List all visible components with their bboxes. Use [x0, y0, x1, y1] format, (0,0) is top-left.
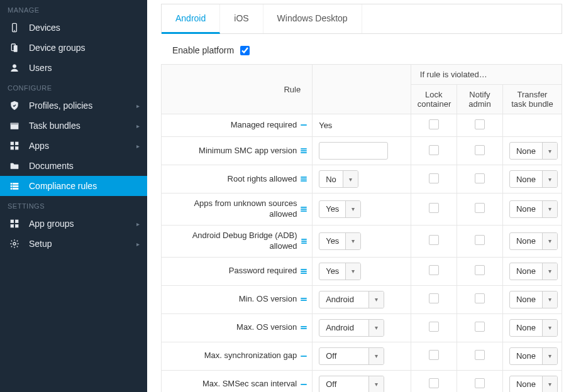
- value-select[interactable]: None▾: [509, 263, 558, 280]
- svg-rect-8: [15, 142, 18, 145]
- col-header-violated: If rule is violated…: [411, 65, 562, 85]
- svg-rect-9: [11, 146, 14, 150]
- chevron-down-icon[interactable]: ▾: [345, 233, 360, 249]
- lock-container-checkbox[interactable]: [429, 119, 439, 129]
- lock-container-checkbox[interactable]: [429, 350, 439, 360]
- value-select[interactable]: Android▾: [319, 291, 384, 308]
- notify-admin-checkbox[interactable]: [475, 322, 485, 332]
- chevron-down-icon[interactable]: ▾: [542, 201, 557, 217]
- chevron-down-icon[interactable]: ▾: [542, 291, 557, 308]
- sidebar-item-apps[interactable]: Apps▸: [0, 136, 147, 156]
- svg-rect-6: [11, 123, 18, 125]
- value-select[interactable]: None▾: [509, 291, 558, 308]
- notify-admin-checkbox[interactable]: [475, 119, 485, 129]
- sidebar-item-users[interactable]: Users: [0, 58, 147, 78]
- lock-container-checkbox[interactable]: [429, 378, 439, 388]
- svg-rect-20: [15, 224, 18, 227]
- value-select[interactable]: None▾: [509, 200, 558, 218]
- select-value: Off: [319, 348, 368, 364]
- lock-container-checkbox[interactable]: [429, 322, 439, 332]
- transfer-bundle-cell: None▾: [502, 165, 562, 193]
- notify-admin-checkbox[interactable]: [475, 173, 485, 183]
- value-select[interactable]: Yes▾: [319, 200, 361, 218]
- table-row: Managed requiredYes: [162, 114, 562, 137]
- svg-rect-19: [11, 224, 14, 227]
- sidebar-item-app-groups[interactable]: App groups▸: [0, 214, 147, 234]
- lock-container-checkbox[interactable]: [429, 293, 439, 303]
- lock-container-checkbox[interactable]: [429, 145, 439, 155]
- tab-windows-desktop[interactable]: Windows Desktop: [263, 4, 362, 33]
- value-select[interactable]: Android▾: [319, 319, 384, 337]
- chevron-down-icon[interactable]: ▾: [542, 143, 557, 159]
- sidebar-item-device-groups[interactable]: Device groups: [0, 38, 147, 58]
- sidebar-item-label: App groups: [29, 219, 74, 229]
- value-select[interactable]: Off▾: [319, 347, 384, 365]
- select-value: None: [510, 320, 542, 336]
- sidebar-item-compliance-rules[interactable]: Compliance rules: [0, 176, 147, 196]
- table-row: Min. OS versionAndroid▾None▾: [162, 285, 562, 313]
- tab-ios[interactable]: iOS: [220, 4, 263, 33]
- svg-rect-3: [14, 45, 18, 52]
- value-select[interactable]: None▾: [509, 319, 558, 337]
- select-value: None: [510, 291, 542, 308]
- value-text: Yes: [319, 121, 332, 130]
- rule-label: Password required: [229, 266, 297, 276]
- sidebar-item-documents[interactable]: Documents: [0, 156, 147, 176]
- notify-admin-checkbox[interactable]: [475, 203, 485, 213]
- chevron-down-icon[interactable]: ▾: [368, 291, 384, 308]
- rule-value-cell: Off▾: [313, 342, 411, 370]
- sidebar-item-task-bundles[interactable]: Task bundles▸: [0, 116, 147, 136]
- transfer-bundle-cell: None▾: [502, 370, 562, 392]
- value-select[interactable]: Yes▾: [319, 232, 361, 250]
- lock-container-checkbox[interactable]: [429, 235, 439, 245]
- sidebar-item-devices[interactable]: Devices: [0, 18, 147, 38]
- sidebar-item-profiles-policies[interactable]: Profiles, policies▸: [0, 95, 147, 116]
- chevron-down-icon[interactable]: ▾: [542, 233, 557, 249]
- value-select[interactable]: Off▾: [319, 376, 384, 392]
- chevron-down-icon[interactable]: ▾: [542, 348, 557, 364]
- value-select[interactable]: Yes▾: [319, 263, 361, 280]
- notify-admin-checkbox[interactable]: [475, 378, 485, 388]
- notify-admin-checkbox[interactable]: [475, 350, 485, 360]
- svg-rect-11: [11, 183, 12, 184]
- chevron-down-icon[interactable]: ▾: [368, 376, 384, 392]
- notify-admin-checkbox[interactable]: [475, 293, 485, 303]
- select-value: Android: [319, 291, 368, 308]
- lock-container-checkbox[interactable]: [429, 173, 439, 183]
- lock-container-checkbox[interactable]: [429, 265, 439, 275]
- chevron-down-icon[interactable]: ▾: [542, 171, 557, 187]
- chevron-down-icon[interactable]: ▾: [542, 320, 557, 336]
- value-input[interactable]: [319, 142, 388, 160]
- value-select[interactable]: None▾: [509, 347, 558, 365]
- chevron-right-icon: ▸: [136, 102, 140, 109]
- chevron-down-icon[interactable]: ▾: [345, 201, 360, 217]
- transfer-bundle-cell: None▾: [502, 193, 562, 226]
- box-icon: [8, 121, 21, 131]
- sidebar-section-title: MANAGE: [0, 0, 147, 18]
- chevron-down-icon[interactable]: ▾: [542, 263, 557, 280]
- chevron-down-icon[interactable]: ▾: [343, 171, 358, 187]
- value-select[interactable]: No▾: [319, 170, 358, 188]
- main-panel: AndroidiOSWindows Desktop Enable platfor…: [147, 0, 576, 392]
- lock-container-cell: [411, 313, 457, 342]
- tab-android[interactable]: Android: [162, 4, 220, 34]
- chevron-right-icon: ▸: [136, 122, 140, 129]
- chevron-down-icon[interactable]: ▾: [368, 348, 384, 364]
- notify-admin-checkbox[interactable]: [475, 265, 485, 275]
- value-select[interactable]: None▾: [509, 170, 558, 188]
- chevron-down-icon[interactable]: ▾: [542, 376, 557, 392]
- sidebar-item-setup[interactable]: Setup▸: [0, 234, 147, 254]
- notify-admin-checkbox[interactable]: [475, 145, 485, 155]
- value-select[interactable]: None▾: [509, 376, 558, 392]
- chevron-down-icon[interactable]: ▾: [368, 320, 384, 336]
- notify-admin-checkbox[interactable]: [475, 235, 485, 245]
- enable-platform-checkbox[interactable]: [240, 46, 250, 55]
- rule-label: Max. synchronization gap: [204, 351, 297, 361]
- select-value: Yes: [319, 233, 345, 249]
- lock-container-cell: [411, 165, 457, 193]
- value-select[interactable]: None▾: [509, 142, 558, 160]
- chevron-down-icon[interactable]: ▾: [345, 263, 360, 280]
- value-select[interactable]: None▾: [509, 232, 558, 250]
- lock-container-checkbox[interactable]: [429, 203, 439, 213]
- lock-container-cell: [411, 342, 457, 370]
